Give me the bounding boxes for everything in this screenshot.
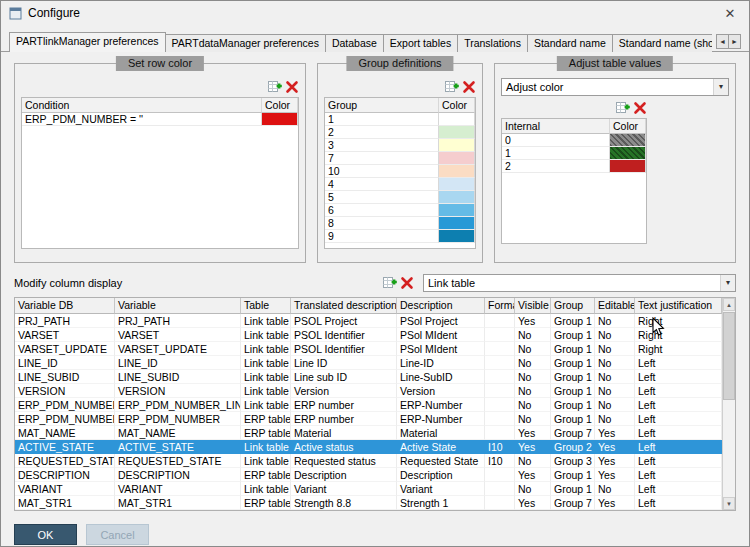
table-row[interactable]: 1 bbox=[325, 113, 475, 126]
table-row[interactable]: PRJ_PATHPRJ_PATHLink tablePSOL ProjectPS… bbox=[15, 314, 722, 328]
value-cell[interactable]: 7 bbox=[325, 152, 439, 165]
color-swatch-cell[interactable] bbox=[439, 204, 475, 217]
table-row[interactable]: 5 bbox=[325, 191, 475, 204]
tab-partlinkmanager-preferences[interactable]: PARTlinkManager preferences bbox=[9, 32, 166, 52]
scroll-up-icon[interactable]: ▲ bbox=[723, 298, 735, 311]
adjust-mode-dropdown[interactable]: Adjust color ▾ bbox=[501, 78, 729, 96]
table-row[interactable]: 4 bbox=[325, 178, 475, 191]
cell-translated-description: Version bbox=[291, 384, 397, 398]
value-cell[interactable]: 1 bbox=[325, 113, 439, 126]
table-row[interactable]: 6 bbox=[325, 204, 475, 217]
cell-description: Active State bbox=[397, 440, 485, 454]
cell-group: Group 1 bbox=[551, 328, 595, 342]
tab-database[interactable]: Database bbox=[325, 34, 384, 52]
value-cell[interactable]: 1 bbox=[502, 147, 610, 160]
table-select-dropdown[interactable]: Link table ▾ bbox=[423, 274, 736, 292]
value-cell[interactable]: 4 bbox=[325, 178, 439, 191]
color-swatch-cell[interactable] bbox=[610, 160, 646, 173]
table-row[interactable]: VARSETVARSETLink tablePSOL IdentifierPSo… bbox=[15, 328, 722, 342]
table-row[interactable]: ERP_PDM_NUMBERERP_PDM_NUMBERERP tableERP… bbox=[15, 412, 722, 426]
table-row[interactable]: REQUESTED_STATEREQUESTED_STATELink table… bbox=[15, 454, 722, 468]
tab-partdatamanager-preferences[interactable]: PARTdataManager preferences bbox=[165, 34, 326, 52]
color-swatch-cell[interactable] bbox=[439, 217, 475, 230]
cell-variable-db: ACTIVE_STATE bbox=[15, 440, 115, 454]
add-row-icon[interactable] bbox=[268, 80, 282, 94]
close-icon[interactable]: ✕ bbox=[719, 6, 741, 21]
table-row[interactable]: MAT_NAMEMAT_NAMEERP tableMaterialMateria… bbox=[15, 426, 722, 440]
table-row[interactable]: LINE_SUBIDLINE_SUBIDLink tableLine sub I… bbox=[15, 370, 722, 384]
value-cell[interactable]: 10 bbox=[325, 165, 439, 178]
cell-text-justification: Left bbox=[635, 482, 722, 496]
color-swatch-cell[interactable] bbox=[439, 152, 475, 165]
value-cell[interactable]: 3 bbox=[325, 139, 439, 152]
table-row[interactable]: VARSET_UPDATEVARSET_UPDATELink tablePSOL… bbox=[15, 342, 722, 356]
value-cell[interactable]: 2 bbox=[502, 160, 610, 173]
table-row[interactable]: DESCRIPTIONDESCRIPTIONERP tableDescripti… bbox=[15, 468, 722, 482]
cell-visible: Yes bbox=[515, 440, 551, 454]
value-cell[interactable]: 8 bbox=[325, 217, 439, 230]
table-row[interactable]: ERP_PDM_NUMBER = '' bbox=[22, 113, 298, 126]
column-header-visible[interactable]: Visible bbox=[515, 298, 551, 314]
color-swatch-cell[interactable] bbox=[262, 113, 298, 126]
table-row[interactable]: 8 bbox=[325, 217, 475, 230]
cell-description: Line-SubID bbox=[397, 370, 485, 384]
color-swatch-cell[interactable] bbox=[439, 191, 475, 204]
table-row[interactable]: VARIANTVARIANTLink tableVariantVariantNo… bbox=[15, 482, 722, 496]
value-cell[interactable]: ERP_PDM_NUMBER = '' bbox=[22, 113, 262, 126]
table-row[interactable]: 1 bbox=[502, 147, 646, 160]
column-header-editable[interactable]: Editable bbox=[595, 298, 635, 314]
tab-translations[interactable]: Translations bbox=[457, 34, 528, 52]
add-row-icon[interactable] bbox=[616, 101, 630, 115]
table-row[interactable]: VERSIONVERSIONLink tableVersionVersionNo… bbox=[15, 384, 722, 398]
cell-variable: DESCRIPTION bbox=[115, 468, 241, 482]
column-header-variable[interactable]: Variable bbox=[115, 298, 241, 314]
color-swatch-cell[interactable] bbox=[610, 147, 646, 160]
value-cell[interactable]: 2 bbox=[325, 126, 439, 139]
tab-standard-name[interactable]: Standard name bbox=[527, 34, 613, 52]
value-cell[interactable]: 0 bbox=[502, 134, 610, 147]
delete-row-icon[interactable] bbox=[400, 276, 414, 290]
tab-standard-name-short[interactable]: Standard name (short) bbox=[612, 34, 712, 52]
table-row[interactable]: 2 bbox=[325, 126, 475, 139]
cell-group: Group 1 bbox=[551, 384, 595, 398]
color-swatch-cell[interactable] bbox=[439, 178, 475, 191]
table-row[interactable]: ACTIVE_STATEACTIVE_STATELink tableActive… bbox=[15, 440, 722, 454]
ok-button[interactable]: OK bbox=[14, 524, 77, 545]
column-header-table[interactable]: Table bbox=[241, 298, 291, 314]
column-header-text-justification[interactable]: Text justification bbox=[635, 298, 722, 314]
value-cell[interactable]: 5 bbox=[325, 191, 439, 204]
table-row[interactable]: 3 bbox=[325, 139, 475, 152]
table-row[interactable]: LINE_IDLINE_IDLink tableLine IDLine-IDNo… bbox=[15, 356, 722, 370]
value-cell[interactable]: 6 bbox=[325, 204, 439, 217]
add-row-icon[interactable] bbox=[383, 276, 397, 290]
table-row[interactable]: ERP_PDM_NUMBERERP_PDM_NUMBER_LINKTABLELi… bbox=[15, 398, 722, 412]
color-swatch-cell[interactable] bbox=[439, 126, 475, 139]
table-row[interactable]: MAT_STR1MAT_STR1ERP tableStrength 8.8Str… bbox=[15, 496, 722, 510]
table-row[interactable]: 2 bbox=[502, 160, 646, 173]
column-header-description[interactable]: Description bbox=[397, 298, 485, 314]
scroll-down-icon[interactable]: ▼ bbox=[723, 497, 735, 510]
color-swatch-cell[interactable] bbox=[439, 230, 475, 243]
table-row[interactable]: 0 bbox=[502, 134, 646, 147]
table-row[interactable]: 7 bbox=[325, 152, 475, 165]
cancel-button[interactable]: Cancel bbox=[86, 524, 149, 545]
color-swatch-cell[interactable] bbox=[439, 113, 475, 126]
color-swatch-cell[interactable] bbox=[439, 139, 475, 152]
scrollbar-thumb[interactable] bbox=[723, 312, 735, 400]
table-row[interactable]: 10 bbox=[325, 165, 475, 178]
color-swatch-cell[interactable] bbox=[439, 165, 475, 178]
tab-export-tables[interactable]: Export tables bbox=[383, 34, 458, 52]
column-header-translated-description[interactable]: Translated description bbox=[291, 298, 397, 314]
value-cell[interactable]: 9 bbox=[325, 230, 439, 243]
column-header-variable-db[interactable]: Variable DB bbox=[15, 298, 115, 314]
delete-row-icon[interactable] bbox=[633, 101, 647, 115]
add-row-icon[interactable] bbox=[445, 80, 459, 94]
color-swatch-cell[interactable] bbox=[610, 134, 646, 147]
vertical-scrollbar[interactable]: ▲ ▼ bbox=[722, 298, 735, 510]
column-header-format[interactable]: Format bbox=[485, 298, 515, 314]
column-header-group[interactable]: Group bbox=[551, 298, 595, 314]
tab-scroll-right-icon[interactable]: ► bbox=[728, 34, 741, 49]
table-row[interactable]: 9 bbox=[325, 230, 475, 243]
delete-row-icon[interactable] bbox=[462, 80, 476, 94]
delete-row-icon[interactable] bbox=[285, 80, 299, 94]
